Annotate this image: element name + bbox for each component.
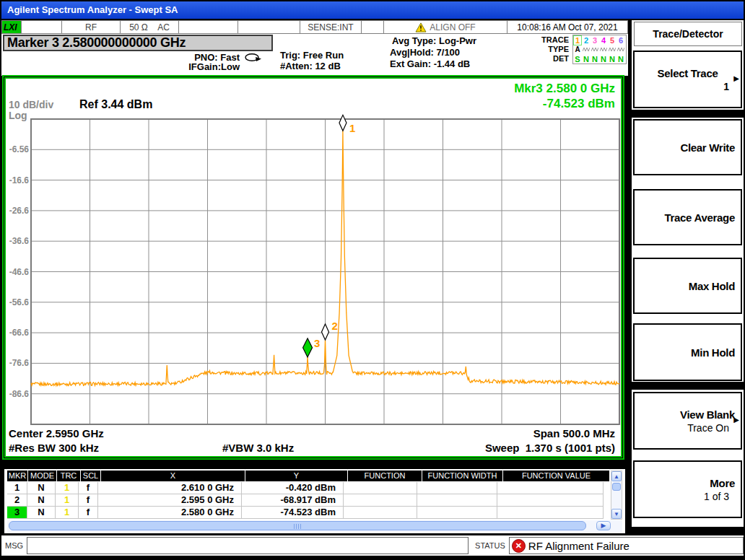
- cell-trc: 1: [56, 482, 79, 494]
- softkey-more[interactable]: More1 of 3: [633, 460, 742, 518]
- scale-per-div-label: 10 dB/div: [9, 99, 53, 110]
- softkey-value: Trace On: [635, 422, 741, 434]
- cell-function-width: [417, 507, 497, 518]
- softkey-max-hold[interactable]: Max Hold: [633, 258, 742, 314]
- trace-5-type-waveform-icon: [608, 45, 617, 54]
- submenu-arrow-icon: ▶: [733, 416, 739, 424]
- marker-table-row-3[interactable]: 3N1f2.580 0 GHz-74.523 dBm: [7, 507, 604, 519]
- y-axis-label: -46.6: [7, 267, 29, 277]
- measurement-info-bar: Marker 3 2.580000000000 GHz PNO: Fast IF…: [1, 34, 628, 76]
- vertical-scrollbar[interactable]: ▲ ▼: [611, 471, 622, 520]
- avg-type-label: Avg Type: Log-Pwr: [392, 35, 476, 46]
- span-label: Span 500.0 MHz: [533, 427, 615, 439]
- cell-mode: N: [27, 482, 56, 494]
- scroll-up-button[interactable]: ▲: [611, 471, 622, 481]
- softkey-value: 1 of 3: [635, 491, 741, 502]
- cell-mkr: 2: [7, 494, 27, 506]
- vbw-label: #VBW 3.0 kHz: [222, 442, 294, 454]
- submenu-arrow-icon: ▶: [733, 74, 739, 82]
- marker-3-symbol: [303, 338, 313, 357]
- marker-3-label: 3: [314, 337, 320, 349]
- marker-2-symbol: [322, 324, 329, 340]
- marker-table-body: 1N1f2.610 0 GHz-0.420 dBm2N1f2.595 0 GHz…: [7, 482, 604, 519]
- status-message: RF Alignment Failure: [528, 540, 629, 552]
- softkey-label: Trace Average: [635, 211, 741, 224]
- vertical-scroll-thumb[interactable]: [612, 483, 621, 491]
- softkey-view-blank[interactable]: View BlankTrace On▶: [633, 392, 742, 450]
- menu-title: Trace/Detector: [634, 22, 742, 46]
- cell-x: 2.595 0 GHz: [98, 494, 242, 506]
- softkey-clear-write[interactable]: Clear Write: [633, 119, 742, 175]
- trace-5-number: 5: [608, 36, 617, 45]
- marker-readout-amplitude: -74.523 dBm: [514, 96, 615, 111]
- plot-area: 123: [6, 79, 621, 456]
- softkey-min-hold[interactable]: Min Hold: [633, 323, 742, 381]
- marker-table: MKRMODETRCSCLXYFUNCTIONFUNCTION WIDTHFUN…: [4, 469, 625, 533]
- legend-type-label: TYPE: [507, 45, 569, 53]
- cell-mkr: 3: [7, 507, 27, 518]
- cell-trc: 1: [56, 494, 79, 506]
- marker-table-header: MKRMODETRCSCLXYFUNCTIONFUNCTION WIDTHFUN…: [7, 471, 610, 481]
- cell-mkr: 1: [7, 482, 27, 494]
- trace-3-type-waveform-icon: [591, 45, 599, 54]
- trace-6-detector: N: [617, 55, 625, 64]
- cell-x: 2.610 0 GHz: [98, 482, 242, 494]
- status-cell-blank: [179, 20, 238, 34]
- marker-1-label: 1: [349, 122, 355, 134]
- menu-group-separator: [632, 382, 745, 390]
- res-bw-label: #Res BW 300 kHz: [9, 442, 99, 454]
- status-label: STATUS: [471, 541, 509, 550]
- trace-4-type-waveform-icon: [599, 45, 608, 54]
- softkey-label: More: [635, 477, 741, 489]
- legend-trace-label: TRACE: [507, 35, 569, 44]
- active-function-readout: Marker 3 2.580000000000 GHz: [3, 35, 273, 51]
- spectrum-display: 123 -6.56-16.6-26.6-36.6-46.6-56.6-66.6-…: [4, 77, 622, 458]
- trace-3-number: 3: [591, 36, 599, 45]
- softkey-select-trace[interactable]: Select Trace1▶: [633, 51, 742, 108]
- scroll-right-button[interactable]: ▶: [596, 521, 611, 530]
- cell-scl: f: [79, 507, 98, 518]
- column-header-mode: MODE: [28, 471, 56, 481]
- bottom-status-bar: MSG STATUS ✕ RF Alignment Failure: [1, 535, 744, 556]
- trigger-label: Trig: Free Run: [280, 50, 344, 61]
- graticule: [31, 119, 619, 424]
- scroll-down-button[interactable]: ▼: [611, 509, 622, 519]
- trace-1-number: 1: [573, 35, 582, 45]
- scroll-grip: [294, 524, 302, 529]
- cell-y: -0.420 dBm: [242, 482, 344, 494]
- marker-readout-frequency: Mkr3 2.580 0 GHz: [514, 81, 615, 96]
- cell-function-width: [417, 482, 497, 494]
- ref-level-label: Ref 3.44 dBm: [79, 98, 152, 111]
- status-cell-blank: [22, 20, 62, 34]
- cell-function-width: [417, 494, 497, 506]
- horizontal-scroll-thumb[interactable]: [9, 521, 586, 530]
- trace-2-number: 2: [582, 36, 591, 45]
- column-header-scl: SCL: [81, 471, 100, 481]
- trace-3-detector: N: [591, 55, 599, 64]
- align-off-indicator: ALIGN OFF: [384, 20, 507, 34]
- attenuation-label: #Atten: 12 dB: [280, 61, 341, 71]
- horizontal-scrollbar[interactable]: ▶: [7, 520, 622, 532]
- softkey-trace-average[interactable]: Trace Average: [633, 189, 742, 245]
- warning-icon: [415, 22, 427, 32]
- legend-trace-types: A: [573, 45, 626, 54]
- cell-function: [344, 494, 417, 506]
- trace-5-detector: N: [608, 55, 617, 64]
- column-header-function-value: FUNCTION VALUE: [503, 471, 609, 481]
- softkey-label: Clear Write: [635, 141, 741, 154]
- column-header-mkr: MKR: [7, 471, 27, 481]
- cell-y: -68.917 dBm: [242, 494, 344, 506]
- message-box: [27, 537, 469, 554]
- status-cell-blank: [238, 20, 300, 34]
- softkey-value: 1: [635, 81, 741, 92]
- marker-table-row-1[interactable]: 1N1f2.610 0 GHz-0.420 dBm: [7, 482, 604, 494]
- top-status-bar: LXI RF50 Ω ACSENSE:INT ALIGN OFF 10:08:1…: [1, 20, 628, 34]
- continuous-sweep-icon: [244, 53, 261, 62]
- cell-x: 2.580 0 GHz: [98, 507, 242, 518]
- marker-1-symbol: [339, 115, 347, 131]
- y-axis-label: -56.6: [7, 297, 29, 307]
- menu-group-separator: [632, 110, 745, 118]
- marker-table-row-2[interactable]: 2N1f2.595 0 GHz-68.917 dBm: [7, 494, 604, 507]
- sweep-time-label: Sweep 1.370 s (1001 pts): [485, 442, 615, 454]
- y-axis-label: -16.6: [7, 175, 29, 185]
